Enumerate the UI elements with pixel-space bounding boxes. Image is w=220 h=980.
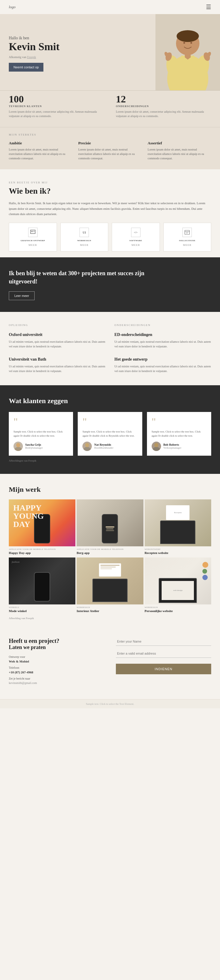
quote-mark-3: "	[151, 417, 207, 427]
contact-phone-label: Telefoon	[9, 666, 104, 669]
work-tag-6: WEBDESIGN	[145, 606, 211, 609]
award-desc-2: Ut ad minim veniam, quis nostrud exercit…	[115, 364, 211, 374]
edu-item-2: Universiteit van Bath Ut ad minim veniam…	[9, 357, 105, 374]
work-section: Mijn werk HAPPYYOUNGDAY APPLICATIE VOOR …	[0, 474, 220, 625]
education-section: OPLEIDING Oxford universiteit Ut ad mini…	[0, 312, 220, 385]
stat-clients-desc: Lorem ipsum dolor sit amet, consectetur …	[9, 110, 104, 118]
testimonial-person-3: Bob Roberts Verkoopmanager	[151, 442, 207, 451]
avatar-1	[13, 442, 23, 451]
stat-awards: 12 ONDERSCHEIDINGEN Lorem ipsum dolor si…	[116, 94, 211, 118]
work-thumb-2	[77, 500, 143, 546]
person-info-3: Bob Roberts Verkoopmanager	[163, 443, 181, 449]
work-name-3: Recepten website	[145, 551, 211, 555]
work-caption-6: WEBDESIGN Persoonlijke website	[145, 605, 211, 614]
strength-item-1: Ambitie Lorem ipsum dolor sit amet, muis…	[9, 141, 72, 161]
work-name-6: Persoonlijke website	[145, 609, 211, 612]
work-item-3[interactable]: Recepten WEBONTWERP Recepten website	[145, 500, 211, 556]
form-email-input[interactable]	[116, 649, 211, 658]
strengths-label: MIJN STERKTES	[9, 133, 211, 136]
work-tag-5: WEBDESIGN	[77, 606, 143, 609]
contact-email-area: Zet je bericht naar	[9, 677, 104, 680]
work-name-5: Interieur Atelier	[77, 609, 143, 612]
award-item-2: Het goede ontwerp Ut ad minim veniam, qu…	[115, 357, 211, 374]
hero-greeting: Hallo ik ben	[9, 36, 147, 40]
skill-icon-3: </>	[131, 228, 140, 237]
skill-label-3: SOFTWARE	[116, 239, 156, 242]
footer: Sample text. Click to select the Text El…	[0, 699, 220, 708]
avatar-3	[151, 442, 161, 451]
work-item-5[interactable]: WEBDESIGN Interieur Atelier	[77, 557, 143, 614]
skill-card-1: GRAFISCH ONTWERP MEER	[9, 223, 57, 251]
svg-point-23	[83, 447, 91, 451]
skill-more-1[interactable]: MEER	[13, 243, 53, 247]
skill-more-4[interactable]: MEER	[167, 243, 208, 247]
svg-point-26	[154, 443, 158, 447]
work-caption-4: WINKELS Mode winkel	[9, 605, 75, 614]
contact-email-label: Zet je bericht naar	[9, 677, 104, 680]
award-title-1: ED-onderscheidingen	[115, 332, 211, 337]
svg-rect-14	[31, 231, 33, 232]
skill-more-2[interactable]: MEER	[64, 243, 105, 247]
work-thumb-3: Recepten	[145, 500, 211, 546]
award-desc-1: Ut ad minim veniam, quis nostrud exercit…	[115, 339, 211, 349]
work-item-4[interactable]: fashion WINKELS Mode winkel	[9, 557, 75, 614]
hero-name: Kevin Smit	[9, 41, 147, 53]
work-item-2[interactable]: APPLICATIE VOOR DE MOBIELE TELEFOON Berg…	[77, 500, 143, 556]
testimonial-card-3: " Sample text. Click to select the text …	[147, 412, 211, 456]
work-item-1[interactable]: HAPPYYOUNGDAY APPLICATIE VOOR DE MOBIELE…	[9, 500, 75, 556]
skill-card-2: UI WEBDESIGN MEER	[61, 223, 108, 251]
strengths-grid: Ambitie Lorem ipsum dolor sit amet, muis…	[9, 141, 211, 161]
contact-inner: Heeft u een project? Laten we praten Ont…	[9, 637, 211, 684]
skill-more-3[interactable]: MEER	[116, 243, 156, 247]
hero-cta-button[interactable]: Neemt contact op	[9, 63, 43, 72]
work-caption-5: WEBDESIGN Interieur Atelier	[77, 605, 143, 614]
strength-title-2: Precisie	[78, 141, 142, 146]
education-col-label: OPLEIDING	[9, 324, 105, 326]
person-info-1: Sascha Grijs Bedrijfsmanager	[25, 443, 43, 449]
work-title: Mijn werk	[9, 485, 211, 493]
person-name-3: Bob Roberts	[163, 443, 181, 446]
hero-subtitle-link[interactable]: Freepik	[27, 56, 36, 59]
contact-phone: Telefoon +10 (87) 267-4968	[9, 666, 104, 675]
work-name-4: Mode winkel	[9, 609, 75, 612]
work-thumb-4: fashion	[9, 557, 75, 605]
contact-left: Heeft u een project? Laten we praten Ont…	[9, 637, 104, 684]
strength-title-1: Ambitie	[9, 141, 72, 146]
svg-point-22	[16, 443, 20, 447]
menu-icon[interactable]: ☰	[206, 3, 211, 11]
strength-desc-2: Lorem ipsum dolor sit amet, muis nostrud…	[78, 147, 142, 161]
form-submit-button[interactable]: INDIENEN	[116, 664, 211, 674]
education-left: OPLEIDING Oxford universiteit Ut ad mini…	[9, 324, 105, 374]
contact-design-for: Ontwerp voor Web & Mobiel	[9, 655, 104, 664]
work-tag-3: WEBONTWERP	[145, 548, 211, 550]
work-tag-4: WINKELS	[9, 606, 75, 609]
strength-item-3: Assertief Lorem ipsum dolor sit amet, mu…	[148, 141, 211, 161]
hero-subtitle: Afkomstig van Freepik	[9, 56, 147, 59]
work-caption-2: APPLICATIE VOOR DE MOBIELE TELEFOON Berg…	[77, 546, 143, 556]
work-thumb-5	[77, 557, 143, 605]
contact-design-for-value: Web & Mobiel	[9, 660, 29, 663]
education-right: ONDERSCHEIDINGEN ED-onderscheidingen Ut …	[115, 324, 211, 374]
about-section: EEN BEETJE OVER MIJ Wie ben ik? Hallo, i…	[0, 169, 220, 257]
person-role-3: Verkoopmanager	[163, 446, 181, 449]
work-item-6[interactable]: web design WEBDESIGN Persoonlijke websit…	[145, 557, 211, 614]
award-item-1: ED-onderscheidingen Ut ad minim veniam, …	[115, 332, 211, 349]
work-grid: HAPPYYOUNGDAY APPLICATIE VOOR DE MOBIELE…	[9, 500, 211, 614]
skill-label-2: WEBDESIGN	[64, 239, 105, 242]
logo: logo	[9, 5, 16, 10]
footer-text: Sample text. Click to select the Text El…	[9, 702, 211, 705]
testimonials-credit: Afbeeldingen van Freepik	[9, 459, 211, 462]
edu-desc-1: Ut ad minim veniam, quis nostrud exercit…	[9, 339, 105, 349]
testimonial-text-3: Sample text. Click to select the text bo…	[151, 430, 207, 438]
testimonials-title: Wat klanten zeggen	[9, 397, 211, 405]
svg-point-3	[177, 30, 199, 42]
contact-subtitle: Laten we praten	[9, 644, 104, 651]
contact-form: INDIENEN	[116, 637, 211, 684]
contact-email: kevinsmith@gmail.com	[9, 681, 104, 684]
stat-awards-label: ONDERSCHEIDINGEN	[116, 105, 211, 108]
about-section-label: EEN BEETJE OVER MIJ	[9, 181, 211, 184]
testimonial-person-1: Sascha Grijs Bedrijfsmanager	[13, 442, 69, 451]
stat-awards-number: 12	[116, 94, 211, 105]
cta-learn-more-button[interactable]: Leer meer	[9, 291, 35, 300]
form-name-input[interactable]	[116, 637, 211, 646]
